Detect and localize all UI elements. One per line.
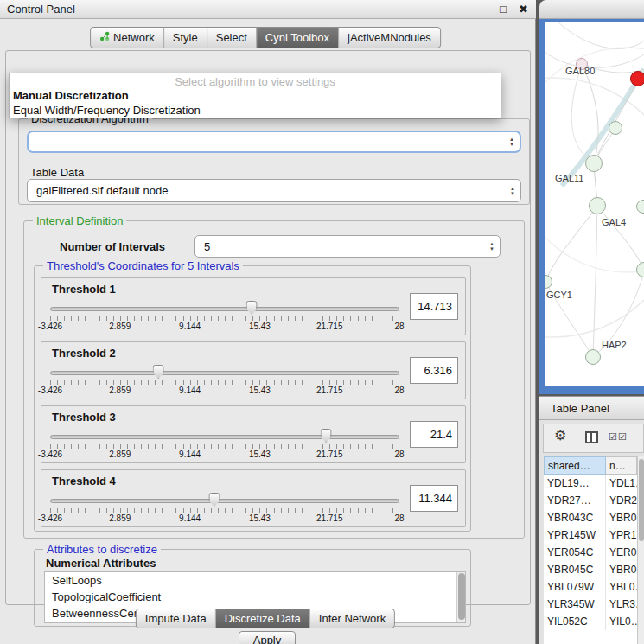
- threshold-label: Threshold 2: [52, 347, 116, 360]
- list-item[interactable]: TopologicalCoefficient: [45, 589, 465, 605]
- table-cell[interactable]: YDR27…: [544, 492, 606, 509]
- table-cell[interactable]: YBR0…: [606, 509, 637, 526]
- threshold-3-value-field[interactable]: [410, 421, 458, 448]
- tab-jactivemnodules[interactable]: jActiveMNodules: [338, 28, 440, 48]
- tab-style[interactable]: Style: [163, 28, 207, 48]
- list-item[interactable]: SelfLoops: [45, 572, 465, 589]
- columns-icon[interactable]: [585, 431, 598, 443]
- select-all-checkbox-icons[interactable]: ☑☑: [609, 431, 628, 443]
- table-cell[interactable]: YPR1…: [606, 526, 637, 544]
- threshold-2-value-field[interactable]: [410, 357, 458, 384]
- table-cell[interactable]: YBR043C: [544, 509, 606, 526]
- table-row[interactable]: YPR145WYPR1…: [544, 526, 637, 544]
- column-header-shared-name[interactable]: shared…: [544, 456, 606, 475]
- node-label: GAL4: [602, 217, 626, 227]
- node-label: GAL80: [565, 66, 595, 76]
- stepper-icon[interactable]: ▲▼: [509, 137, 514, 147]
- tab-infer-network[interactable]: Infer Network: [309, 609, 394, 628]
- threshold-1-value-field[interactable]: [410, 293, 458, 320]
- network-node[interactable]: [585, 155, 603, 172]
- table-cell[interactable]: YBR0…: [606, 561, 637, 578]
- table-row[interactable]: YDL19…YDL1…: [544, 475, 637, 492]
- table-rows: YDL19…YDL1… YDR27…YDR2… YBR043CYBR0… YPR…: [544, 475, 637, 644]
- float-panel-icon[interactable]: □: [500, 0, 507, 19]
- dropdown-option-manual-discretization[interactable]: Manual Discretization: [10, 88, 501, 103]
- stepper-icon[interactable]: ▲▼: [489, 241, 494, 252]
- scrollbar-thumb[interactable]: [639, 459, 644, 541]
- tab-impute-data[interactable]: Impute Data: [137, 609, 215, 628]
- numerical-attributes-label: Numerical Attributes: [46, 557, 156, 570]
- slider-track[interactable]: [50, 307, 399, 311]
- threshold-3-slider[interactable]: [50, 429, 399, 444]
- slider-thumb[interactable]: [153, 365, 164, 379]
- table-cell[interactable]: YIL0…: [606, 613, 637, 630]
- slider-track[interactable]: [50, 371, 399, 375]
- threshold-label: Threshold 3: [52, 411, 116, 424]
- stepper-icon[interactable]: ▲▼: [510, 186, 515, 196]
- slider-thumb[interactable]: [321, 429, 332, 443]
- table-cell[interactable]: YBR045C: [544, 561, 606, 578]
- table-row[interactable]: YDR27…YDR2…: [544, 492, 637, 509]
- table-row[interactable]: YBR043CYBR0…: [544, 509, 637, 526]
- panel-title: Control Panel: [7, 0, 75, 19]
- threshold-1-slider[interactable]: [50, 301, 399, 316]
- tab-select[interactable]: Select: [207, 28, 256, 48]
- network-node[interactable]: [589, 197, 606, 214]
- tab-label: jActiveMNodules: [348, 28, 431, 48]
- slider-track[interactable]: [50, 499, 399, 503]
- scale-label: 28: [394, 322, 404, 331]
- algorithm-combobox[interactable]: ▲▼: [27, 131, 521, 153]
- table-cell[interactable]: YLR345W: [544, 596, 606, 613]
- tab-label: Cyni Toolbox: [265, 28, 329, 48]
- dropdown-option-equal-width-frequency[interactable]: Equal Width/Frequency Discretization: [10, 103, 501, 118]
- slider-thumb[interactable]: [246, 301, 258, 315]
- column-header-name[interactable]: n…: [606, 456, 637, 475]
- table-cell[interactable]: YDL19…: [544, 475, 606, 492]
- table-row[interactable]: YBR045CYBR0…: [544, 561, 637, 578]
- tab-discretize-data[interactable]: Discretize Data: [215, 609, 309, 628]
- scale-label: 21.715: [316, 513, 343, 523]
- tab-cyni-toolbox[interactable]: Cyni Toolbox: [256, 28, 338, 48]
- combobox-value: galFiltered.sif default node: [36, 180, 168, 202]
- network-node[interactable]: [636, 200, 644, 214]
- close-icon[interactable]: ✖: [519, 0, 528, 19]
- table-cell[interactable]: YER0…: [606, 544, 637, 561]
- control-panel-titlebar: Control Panel □ ✖: [0, 0, 536, 19]
- network-canvas[interactable]: GAL80 GAL11 GAL4 GCY1 HAP2: [545, 22, 644, 386]
- slider-thumb[interactable]: [208, 493, 220, 507]
- scale-label: -3.426: [38, 450, 62, 459]
- scale-label: 9.144: [179, 513, 201, 523]
- threshold-2-slider[interactable]: [50, 365, 399, 380]
- scale-label: 21.715: [316, 386, 343, 395]
- cyni-toolbox-panel: Discretization Algorithm ▲▼ Table Data g…: [5, 50, 531, 605]
- threshold-4-value-field[interactable]: [410, 485, 458, 512]
- table-data-combobox[interactable]: galFiltered.sif default node ▲▼: [27, 179, 521, 202]
- number-of-intervals-combobox[interactable]: 5 ▲▼: [194, 235, 501, 258]
- network-node[interactable]: [585, 349, 601, 365]
- scale-label: 2.859: [109, 322, 131, 331]
- table-cell[interactable]: YDL1…: [606, 475, 637, 492]
- table-row[interactable]: YIL052CYIL0…: [544, 613, 637, 630]
- slider-track[interactable]: [50, 435, 399, 439]
- table-cell[interactable]: YIL052C: [544, 613, 606, 630]
- gear-icon[interactable]: ⚙: [554, 429, 566, 443]
- apply-button[interactable]: Apply: [239, 631, 296, 644]
- table-cell[interactable]: YBL0…: [606, 578, 637, 596]
- table-row[interactable]: YER054CYER0…: [544, 544, 637, 561]
- table-scrollbar[interactable]: [637, 456, 644, 644]
- table-row[interactable]: YBL079WYBL0…: [544, 578, 637, 596]
- table-cell[interactable]: YBL079W: [544, 578, 606, 596]
- network-node-selected[interactable]: [630, 71, 644, 86]
- table-cell[interactable]: YPR145W: [544, 526, 606, 544]
- scrollbar-thumb[interactable]: [458, 573, 465, 620]
- network-node[interactable]: [609, 121, 622, 135]
- table-cell[interactable]: YLR3…: [606, 596, 637, 613]
- scale-label: 15.43: [249, 513, 271, 523]
- scale-label: 15.43: [249, 450, 271, 459]
- table-cell[interactable]: YDR2…: [606, 492, 637, 509]
- table-row[interactable]: YLR345WYLR3…: [544, 596, 637, 613]
- threshold-4-slider[interactable]: [50, 493, 399, 508]
- table-cell[interactable]: YER054C: [544, 544, 606, 561]
- list-scrollbar[interactable]: [456, 572, 465, 622]
- tab-network[interactable]: Network: [91, 28, 163, 48]
